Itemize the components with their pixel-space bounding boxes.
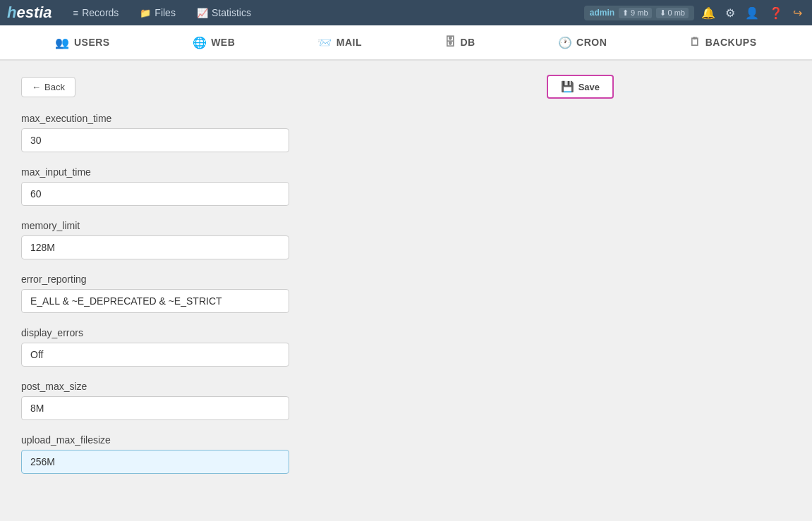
- input-error_reporting[interactable]: [21, 289, 289, 313]
- username: admin: [590, 8, 614, 18]
- db-label: DB: [460, 37, 475, 48]
- form-group-upload_max_filesize: upload_max_filesize: [21, 434, 614, 474]
- nav-statistics[interactable]: 📈 Statistics: [190, 7, 258, 18]
- cron-icon: 🕐: [558, 36, 573, 49]
- save-icon: 💾: [561, 80, 574, 93]
- form-group-max_execution_time: max_execution_time: [21, 113, 614, 152]
- logout-button[interactable]: ↪: [790, 4, 805, 23]
- download-icon: ⬇: [660, 8, 666, 18]
- notifications-button[interactable]: 🔔: [698, 4, 718, 23]
- mail-icon: 📨: [317, 36, 332, 49]
- form: max_execution_timemax_input_timememory_l…: [21, 113, 614, 474]
- label-memory_limit: memory_limit: [21, 220, 614, 231]
- label-display_errors: display_errors: [21, 327, 614, 338]
- users-icon: 👥: [55, 36, 70, 49]
- mem2-value: 0 mb: [668, 8, 685, 17]
- label-max_execution_time: max_execution_time: [21, 113, 614, 124]
- label-error_reporting: error_reporting: [21, 274, 614, 285]
- db-icon: 🗄: [444, 36, 456, 49]
- web-label: WEB: [211, 37, 235, 48]
- back-arrow-icon: ←: [32, 82, 41, 92]
- back-button[interactable]: ← Back: [21, 77, 75, 97]
- nav-users[interactable]: 👥 USERS: [41, 25, 123, 59]
- action-bar: ← Back 💾 Save: [21, 75, 614, 99]
- form-group-post_max_size: post_max_size: [21, 381, 614, 420]
- top-navbar: hestia ≡ Records 📁 Files 📈 Statistics ad…: [0, 0, 812, 25]
- navbar-left: hestia ≡ Records 📁 Files 📈 Statistics: [7, 4, 258, 22]
- navbar-right: admin ⬆ 9 mb ⬇ 0 mb 🔔 ⚙ 👤 ❓ ↪: [584, 4, 805, 23]
- form-group-max_input_time: max_input_time: [21, 166, 614, 206]
- logo[interactable]: hestia: [7, 4, 52, 22]
- nav-db[interactable]: 🗄 DB: [430, 25, 490, 59]
- label-upload_max_filesize: upload_max_filesize: [21, 434, 614, 446]
- statistics-icon: 📈: [197, 8, 208, 18]
- mem2-badge: ⬇ 0 mb: [656, 8, 689, 18]
- profile-button[interactable]: 👤: [742, 4, 762, 23]
- nav-records[interactable]: ≡ Records: [66, 7, 126, 18]
- form-group-memory_limit: memory_limit: [21, 220, 614, 259]
- user-info: admin ⬆ 9 mb ⬇ 0 mb: [584, 6, 694, 20]
- label-post_max_size: post_max_size: [21, 381, 614, 392]
- files-icon: 📁: [140, 8, 151, 18]
- back-label: Back: [44, 82, 65, 92]
- nav-web[interactable]: 🌐 WEB: [178, 25, 250, 59]
- nav-files[interactable]: 📁 Files: [133, 7, 183, 18]
- records-label: Records: [82, 7, 119, 18]
- main-content: ← Back 💾 Save max_execution_timemax_inpu…: [0, 61, 635, 502]
- label-max_input_time: max_input_time: [21, 166, 614, 178]
- nav-backups[interactable]: 🗒 BACKUPS: [675, 25, 770, 59]
- files-label: Files: [154, 7, 176, 18]
- input-max_input_time[interactable]: [21, 182, 289, 206]
- input-memory_limit[interactable]: [21, 235, 289, 259]
- records-icon: ≡: [73, 8, 79, 18]
- form-group-error_reporting: error_reporting: [21, 274, 614, 313]
- input-display_errors[interactable]: [21, 343, 289, 367]
- secondary-nav: 👥 USERS 🌐 WEB 📨 MAIL 🗄 DB 🕐 CRON 🗒 BACKU…: [0, 25, 812, 61]
- statistics-label: Statistics: [212, 7, 251, 18]
- users-label: USERS: [74, 37, 110, 48]
- input-max_execution_time[interactable]: [21, 128, 289, 152]
- nav-mail[interactable]: 📨 MAIL: [303, 25, 376, 59]
- input-upload_max_filesize[interactable]: [21, 450, 289, 474]
- backups-label: BACKUPS: [705, 37, 757, 48]
- upload-icon: ⬆: [622, 8, 629, 18]
- save-label: Save: [578, 82, 600, 92]
- backups-icon: 🗒: [689, 36, 701, 49]
- save-button[interactable]: 💾 Save: [547, 75, 614, 99]
- mem1-value: 9 mb: [631, 8, 648, 17]
- help-button[interactable]: ❓: [766, 4, 786, 23]
- cron-label: CRON: [576, 37, 607, 48]
- form-group-display_errors: display_errors: [21, 327, 614, 367]
- nav-cron[interactable]: 🕐 CRON: [544, 25, 622, 59]
- mail-label: MAIL: [337, 37, 362, 48]
- input-post_max_size[interactable]: [21, 396, 289, 420]
- settings-button[interactable]: ⚙: [722, 4, 738, 23]
- web-icon: 🌐: [193, 36, 207, 49]
- mem1-badge: ⬆ 9 mb: [619, 8, 651, 18]
